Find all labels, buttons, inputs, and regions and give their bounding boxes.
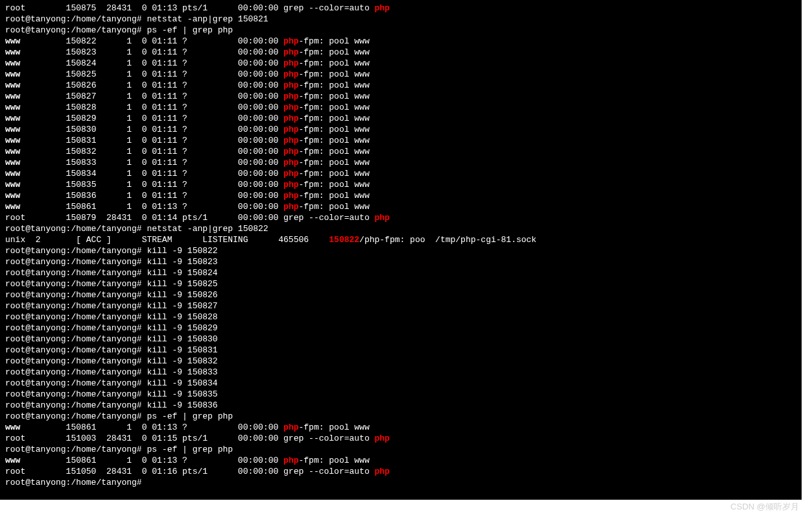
terminal-line: www 150830 1 0 01:11 ? 00:00:00 php-fpm:… bbox=[5, 124, 796, 135]
terminal-line: root@tanyong:/home/tanyong# kill -9 1508… bbox=[5, 278, 796, 289]
terminal-line: www 150861 1 0 01:13 ? 00:00:00 php-fpm:… bbox=[5, 201, 796, 212]
terminal-line: root@tanyong:/home/tanyong# kill -9 1508… bbox=[5, 334, 796, 345]
terminal-line: root 150875 28431 0 01:13 pts/1 00:00:00… bbox=[5, 3, 796, 14]
terminal-line: root@tanyong:/home/tanyong# kill -9 1508… bbox=[5, 378, 796, 389]
terminal-line: root@tanyong:/home/tanyong# ps -ef | gre… bbox=[5, 444, 796, 455]
terminal-line: www 150834 1 0 01:11 ? 00:00:00 php-fpm:… bbox=[5, 168, 796, 179]
terminal-line: root@tanyong:/home/tanyong# kill -9 1508… bbox=[5, 367, 796, 378]
terminal-line: root@tanyong:/home/tanyong# kill -9 1508… bbox=[5, 245, 796, 256]
terminal-line: root@tanyong:/home/tanyong# bbox=[5, 477, 796, 488]
terminal-line: root@tanyong:/home/tanyong# ps -ef | gre… bbox=[5, 25, 796, 36]
terminal-line: www 150827 1 0 01:11 ? 00:00:00 php-fpm:… bbox=[5, 91, 796, 102]
terminal-line: root@tanyong:/home/tanyong# kill -9 1508… bbox=[5, 289, 796, 300]
terminal-line: www 150824 1 0 01:11 ? 00:00:00 php-fpm:… bbox=[5, 58, 796, 69]
terminal-line: www 150861 1 0 01:13 ? 00:00:00 php-fpm:… bbox=[5, 422, 796, 433]
terminal-line: www 150831 1 0 01:11 ? 00:00:00 php-fpm:… bbox=[5, 135, 796, 146]
terminal-line: root@tanyong:/home/tanyong# netstat -anp… bbox=[5, 223, 796, 234]
terminal-line: www 150829 1 0 01:11 ? 00:00:00 php-fpm:… bbox=[5, 113, 796, 124]
terminal-line: www 150835 1 0 01:11 ? 00:00:00 php-fpm:… bbox=[5, 179, 796, 190]
terminal-line: www 150836 1 0 01:11 ? 00:00:00 php-fpm:… bbox=[5, 190, 796, 201]
terminal-line: www 150832 1 0 01:11 ? 00:00:00 php-fpm:… bbox=[5, 146, 796, 157]
terminal-line: root@tanyong:/home/tanyong# kill -9 1508… bbox=[5, 267, 796, 278]
terminal-line: root@tanyong:/home/tanyong# kill -9 1508… bbox=[5, 400, 796, 411]
terminal-line: unix 2 [ ACC ] STREAM LISTENING 465506 1… bbox=[5, 234, 796, 245]
terminal-line: root 151003 28431 0 01:15 pts/1 00:00:00… bbox=[5, 433, 796, 444]
terminal-line: www 150823 1 0 01:11 ? 00:00:00 php-fpm:… bbox=[5, 47, 796, 58]
terminal-line: root@tanyong:/home/tanyong# kill -9 1508… bbox=[5, 323, 796, 334]
terminal-line: root@tanyong:/home/tanyong# netstat -anp… bbox=[5, 14, 796, 25]
terminal-window[interactable]: root 150875 28431 0 01:13 pts/1 00:00:00… bbox=[0, 0, 802, 500]
terminal-line: root@tanyong:/home/tanyong# kill -9 1508… bbox=[5, 345, 796, 356]
terminal-line: www 150833 1 0 01:11 ? 00:00:00 php-fpm:… bbox=[5, 157, 796, 168]
terminal-line: root 150879 28431 0 01:14 pts/1 00:00:00… bbox=[5, 212, 796, 223]
terminal-line: root@tanyong:/home/tanyong# kill -9 1508… bbox=[5, 256, 796, 267]
terminal-line: root 151050 28431 0 01:16 pts/1 00:00:00… bbox=[5, 466, 796, 477]
terminal-line: root@tanyong:/home/tanyong# kill -9 1508… bbox=[5, 300, 796, 312]
terminal-line: root@tanyong:/home/tanyong# kill -9 1508… bbox=[5, 356, 796, 367]
terminal-line: root@tanyong:/home/tanyong# kill -9 1508… bbox=[5, 312, 796, 323]
terminal-line: www 150828 1 0 01:11 ? 00:00:00 php-fpm:… bbox=[5, 102, 796, 113]
terminal-line: root@tanyong:/home/tanyong# ps -ef | gre… bbox=[5, 411, 796, 422]
terminal-line: root@tanyong:/home/tanyong# kill -9 1508… bbox=[5, 389, 796, 400]
terminal-line: www 150822 1 0 01:11 ? 00:00:00 php-fpm:… bbox=[5, 36, 796, 47]
terminal-line: www 150825 1 0 01:11 ? 00:00:00 php-fpm:… bbox=[5, 69, 796, 80]
terminal-line: www 150826 1 0 01:11 ? 00:00:00 php-fpm:… bbox=[5, 80, 796, 91]
terminal-line: www 150861 1 0 01:13 ? 00:00:00 php-fpm:… bbox=[5, 455, 796, 466]
